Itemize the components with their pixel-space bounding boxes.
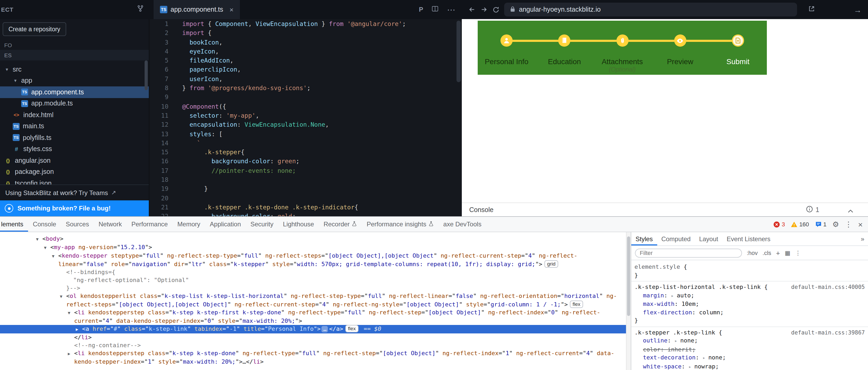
- file-tree-item-src[interactable]: ▾src: [0, 64, 149, 75]
- expanded-arrow-icon[interactable]: ▼: [36, 235, 42, 243]
- dom-tree-node[interactable]: ▼<ol kendostepperlist class="k-step-list…: [0, 292, 626, 309]
- arrow-right-icon[interactable]: →: [854, 5, 862, 14]
- file-tree-item-tsconfig-json[interactable]: {}tsconfig.json: [0, 177, 149, 184]
- dom-tree-node[interactable]: </li>: [0, 334, 626, 341]
- css-rule[interactable]: element.style {}: [631, 261, 868, 282]
- code-line[interactable]: 15 .k-stepper{: [149, 148, 462, 157]
- code-line[interactable]: 20: [149, 194, 462, 203]
- chevron-up-icon[interactable]: [848, 207, 853, 215]
- devtools-tab-sources[interactable]: Sources: [61, 217, 94, 232]
- code-line[interactable]: 19 }: [149, 185, 462, 194]
- dom-tree-node[interactable]: }-->: [0, 284, 626, 292]
- styles-sidebar-tab-computed[interactable]: Computed: [657, 232, 695, 246]
- scrollbar-thumb[interactable]: [627, 236, 630, 316]
- stepper-step-education[interactable]: Education: [535, 21, 593, 75]
- prettier-icon[interactable]: P: [419, 6, 423, 13]
- issues-counter[interactable]: 1: [815, 221, 827, 228]
- code-line[interactable]: 17 //pointer-events: none;: [149, 166, 462, 176]
- devtools-tab-recorder[interactable]: Recorder: [319, 217, 362, 232]
- css-property[interactable]: margin: ▸ auto;: [634, 291, 865, 300]
- devtools-tab-application[interactable]: Application: [205, 217, 245, 232]
- collapsed-arrow-icon[interactable]: ▶: [68, 350, 74, 358]
- file-add-icon[interactable]: [732, 34, 744, 47]
- devtools-tab-lements[interactable]: lements: [0, 217, 28, 232]
- expand-arrow-icon[interactable]: ▸: [688, 364, 694, 369]
- classes-button[interactable]: .cls: [763, 250, 771, 256]
- code-line[interactable]: 22 background-color: gold;: [149, 212, 462, 216]
- code-line[interactable]: 7 userIcon,: [149, 75, 462, 84]
- code-line[interactable]: 11 selector: 'my-app',: [149, 111, 462, 121]
- preview-console-bar[interactable]: Console 1: [462, 202, 868, 216]
- dom-tree-node[interactable]: ▼<kendo-stepper steptype="full" ng-refle…: [0, 252, 626, 268]
- file-tree-item-polyfills-ts[interactable]: TSpolyfills.ts: [0, 132, 149, 143]
- code-line[interactable]: 5 fileAddIcon,: [149, 56, 462, 65]
- file-tree-item-index-html[interactable]: <>index.html: [0, 109, 149, 121]
- code-line[interactable]: 2import {: [149, 29, 462, 38]
- element-states-button[interactable]: :hov: [747, 250, 758, 256]
- paperclip-icon[interactable]: [616, 34, 628, 47]
- stepper-step-personal-info[interactable]: Personal Info: [478, 21, 535, 75]
- user-icon[interactable]: [500, 34, 513, 47]
- collapsed-arrow-icon[interactable]: ▶: [76, 325, 82, 334]
- fork-icon[interactable]: [136, 5, 144, 14]
- expand-arrow-icon[interactable]: ▸: [675, 338, 680, 343]
- css-rule[interactable]: default-main.css:40005.k-step-list-horiz…: [631, 282, 868, 327]
- css-property[interactable]: color: inherit;: [634, 345, 865, 353]
- code-line[interactable]: 21 .k-stepper .k-step-done .k-step-indic…: [149, 203, 462, 212]
- file-tree-item-angular-json[interactable]: {}angular.json: [0, 155, 149, 166]
- file-tree-item-app-module-ts[interactable]: TSapp.module.ts: [0, 98, 149, 109]
- dom-tree-node[interactable]: ▼<li kendostepperstep class="k-step k-st…: [0, 309, 626, 325]
- code-editor[interactable]: 1import { Component, ViewEncapsulation }…: [149, 19, 462, 216]
- code-line[interactable]: 16 background-color: green;: [149, 157, 462, 166]
- error-counter[interactable]: 3: [773, 221, 785, 228]
- devtools-tab-axe-devtools[interactable]: axe DevTools: [438, 217, 486, 232]
- code-line[interactable]: 12 encapsulation: ViewEncapsulation.None…: [149, 121, 462, 130]
- elements-scrollbar[interactable]: [626, 232, 631, 370]
- dom-tree-node[interactable]: <!--ng-container-->: [0, 341, 626, 349]
- css-property[interactable]: flex-direction: column;: [634, 308, 865, 316]
- sidebar-section-files[interactable]: ES: [0, 50, 149, 60]
- sidebar-scrollbar[interactable]: [145, 60, 148, 90]
- file-tree-item-app-component-ts[interactable]: TSapp.component.ts: [0, 86, 149, 98]
- grid-badge[interactable]: grid: [545, 260, 558, 268]
- devtools-tab-network[interactable]: Network: [94, 217, 127, 232]
- refresh-icon[interactable]: [493, 6, 499, 13]
- warning-counter[interactable]: 160: [791, 221, 809, 228]
- devtools-tab-performance-insights[interactable]: Performance insights: [362, 217, 438, 232]
- expanded-arrow-icon[interactable]: ▼: [52, 252, 58, 260]
- eye-icon[interactable]: [674, 34, 686, 47]
- stepper-step-submit[interactable]: Submit: [709, 21, 767, 75]
- expanded-arrow-icon[interactable]: ▼: [44, 244, 50, 252]
- code-line[interactable]: 18: [149, 175, 462, 185]
- css-rule[interactable]: default-main.css:39867.k-stepper .k-step…: [631, 327, 868, 370]
- css-property[interactable]: max-width: 10em;: [634, 300, 865, 308]
- close-devtools-icon[interactable]: ×: [858, 220, 863, 229]
- forward-icon[interactable]: [480, 6, 488, 13]
- file-tree-item-styles-css[interactable]: #styles.css: [0, 143, 149, 155]
- code-line[interactable]: 3 bookIcon,: [149, 38, 462, 47]
- code-line[interactable]: 13 styles: [: [149, 130, 462, 139]
- overflow-tabs-icon[interactable]: »: [861, 235, 868, 243]
- css-property[interactable]: white-space: ▸ nowrap;: [634, 362, 865, 370]
- code-line[interactable]: 14 `: [149, 139, 462, 148]
- file-bug-banner[interactable]: Something broken? File a bug!: [0, 200, 149, 216]
- split-editor-icon[interactable]: [432, 5, 438, 14]
- css-property[interactable]: text-decoration: ▸ none;: [634, 353, 865, 362]
- grid-overlay-icon[interactable]: ▦: [785, 249, 790, 256]
- kebab-menu-icon[interactable]: ⋮: [845, 220, 852, 228]
- dom-tree-node[interactable]: ▼<my-app ng-version="15.2.10">: [0, 243, 626, 252]
- stepper-step-attachments[interactable]: Attachments(Optional): [593, 21, 651, 75]
- file-tree-item-package-json[interactable]: {}package.json: [0, 166, 149, 177]
- create-repository-button[interactable]: Create a repository: [3, 22, 66, 36]
- file-tree-item-main-ts[interactable]: TSmain.ts: [0, 121, 149, 132]
- expanded-arrow-icon[interactable]: ▼: [68, 309, 74, 317]
- url-bar[interactable]: angular-hyoeyn.stackblitz.io: [504, 3, 797, 17]
- new-style-rule-button[interactable]: +: [776, 249, 780, 257]
- styles-kebab-icon[interactable]: ⋮: [795, 249, 801, 256]
- styles-filter-input[interactable]: [635, 248, 742, 257]
- flex-badge[interactable]: flex: [570, 301, 583, 308]
- gear-icon[interactable]: ⚙: [832, 220, 839, 228]
- code-line[interactable]: 10@Component({: [149, 102, 462, 111]
- devtools-tab-lighthouse[interactable]: Lighthouse: [278, 217, 318, 232]
- code-line[interactable]: 4 eyeIcon,: [149, 47, 462, 56]
